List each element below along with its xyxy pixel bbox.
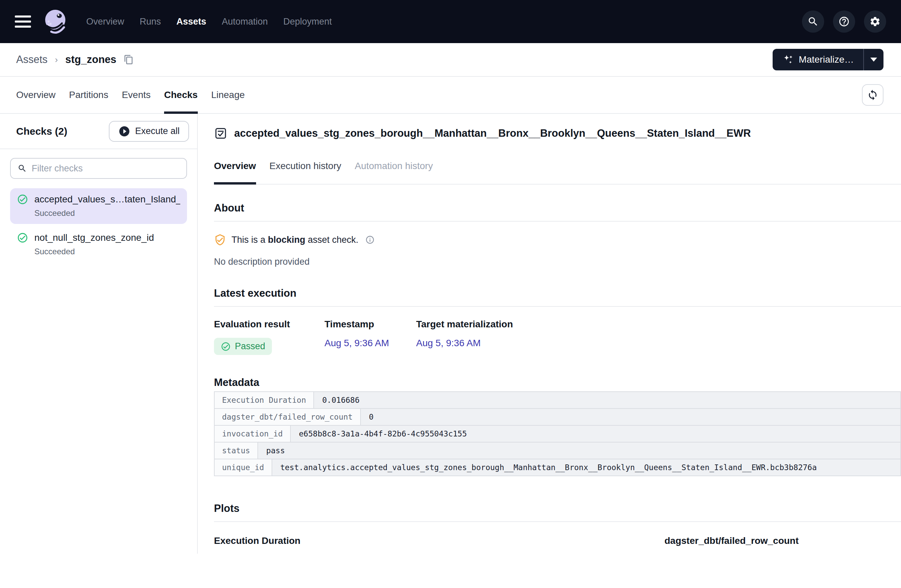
check-name: accepted_values_s…taten_Island_ (34, 194, 180, 205)
search-icon (17, 164, 27, 173)
check-circle-icon (17, 232, 28, 243)
filter-checks-input[interactable] (32, 163, 179, 174)
metadata-key: status (214, 442, 258, 459)
passed-status-badge: Passed (214, 338, 272, 355)
blocking-check-note: This is a blocking asset check. (214, 234, 901, 246)
execution-duration-chart: Execution Duration 0.0174 (214, 535, 637, 554)
execute-all-label: Execute all (135, 126, 179, 136)
tab-overview[interactable]: Overview (16, 77, 56, 113)
check-status: Succeeded (34, 247, 180, 256)
table-row: dagster_dbt/failed_row_count 0 (214, 408, 901, 426)
primary-nav: Overview Runs Assets Automation Deployme… (86, 17, 332, 27)
metadata-key: dagster_dbt/failed_row_count (214, 408, 361, 426)
divider (214, 221, 901, 222)
breadcrumb-assets-link[interactable]: Assets (16, 54, 47, 66)
check-detail-tabs: Overview Execution history Automation hi… (214, 160, 901, 185)
nav-item-deployment[interactable]: Deployment (284, 17, 332, 27)
nav-item-automation[interactable]: Automation (222, 17, 268, 27)
breadcrumb-separator: › (55, 54, 58, 65)
chevron-down-icon (870, 58, 877, 62)
settings-button[interactable] (864, 11, 886, 33)
description-placeholder: No description provided (214, 257, 901, 267)
filter-checks-box (10, 158, 187, 179)
info-icon[interactable] (365, 235, 375, 244)
tab-events[interactable]: Events (122, 77, 151, 113)
chart-title: dagster_dbt/failed_row_count (664, 535, 901, 546)
sparkle-icon (782, 54, 793, 65)
play-circle-icon (118, 125, 130, 137)
metadata-value: 0.016686 (314, 391, 901, 409)
search-icon (807, 16, 819, 27)
materialize-split-button: Materialize… (773, 49, 884, 70)
help-icon (838, 16, 850, 27)
copy-icon (124, 54, 134, 65)
help-button[interactable] (833, 11, 855, 33)
metadata-value: 0 (361, 408, 901, 426)
nav-item-assets[interactable]: Assets (176, 17, 207, 27)
target-materialization-header: Target materialization (416, 319, 901, 330)
check-status: Succeeded (34, 208, 180, 218)
plots-heading: Plots (214, 502, 901, 515)
metadata-value: pass (258, 442, 901, 459)
nav-item-overview[interactable]: Overview (86, 17, 124, 27)
refresh-icon (867, 89, 878, 101)
subtab-execution-history[interactable]: Execution history (270, 160, 341, 184)
failed-row-count-chart: dagster_dbt/failed_row_count 1.0 0.6 (658, 535, 901, 554)
shield-check-icon (214, 234, 226, 246)
asset-tab-bar: Overview Partitions Events Checks Lineag… (0, 77, 901, 114)
asset-check-icon (214, 127, 228, 140)
hamburger-menu-icon[interactable] (15, 16, 31, 28)
subtab-overview[interactable]: Overview (214, 160, 256, 184)
metadata-key: unique_id (214, 459, 272, 476)
materialize-button[interactable]: Materialize… (773, 49, 863, 70)
metadata-key: Execution Duration (214, 391, 314, 409)
search-button[interactable] (802, 11, 824, 33)
check-title: accepted_values_stg_zones_borough__Manha… (234, 127, 751, 139)
materialize-label: Materialize… (799, 54, 854, 65)
metadata-value: test.analytics.accepted_values_stg_zones… (272, 459, 901, 476)
check-detail-panel: accepted_values_stg_zones_borough__Manha… (198, 114, 901, 554)
tab-partitions[interactable]: Partitions (69, 77, 109, 113)
table-row: status pass (214, 442, 901, 459)
checks-count-title: Checks (2) (16, 126, 67, 137)
metadata-heading: Metadata (214, 376, 901, 389)
chart-title: Execution Duration (214, 535, 637, 546)
target-materialization-link[interactable]: Aug 5, 9:36 AM (416, 338, 480, 348)
divider (214, 521, 901, 522)
metadata-value: e658b8c8-3a1a-4b4f-82b6-4c955043c155 (291, 425, 901, 443)
nav-item-runs[interactable]: Runs (140, 17, 161, 27)
check-circle-icon (221, 341, 231, 352)
tab-lineage[interactable]: Lineage (211, 77, 245, 113)
checks-sidebar: Checks (2) Execute all accepted_values_s… (0, 114, 198, 554)
about-heading: About (214, 202, 901, 214)
timestamp-link[interactable]: Aug 5, 9:36 AM (324, 338, 389, 348)
evaluation-result-header: Evaluation result (214, 319, 324, 330)
gear-icon (869, 16, 881, 27)
materialize-dropdown-button[interactable] (864, 49, 884, 70)
tab-checks[interactable]: Checks (164, 77, 198, 113)
asset-name: stg_zones (65, 54, 117, 66)
divider (214, 306, 901, 307)
top-nav: Overview Runs Assets Automation Deployme… (0, 0, 901, 43)
timestamp-header: Timestamp (324, 319, 416, 330)
table-row: Execution Duration 0.016686 (214, 391, 901, 409)
metadata-table: Execution Duration 0.016686 dagster_dbt/… (214, 391, 901, 476)
table-row: unique_id test.analytics.accepted_values… (214, 459, 901, 476)
subtab-automation-history: Automation history (355, 160, 433, 184)
check-circle-icon (17, 194, 28, 205)
check-list-item-not-null[interactable]: not_null_stg_zones_zone_id Succeeded (10, 227, 187, 262)
breadcrumb: Assets › stg_zones (16, 54, 134, 66)
check-list-item-accepted-values[interactable]: accepted_values_s…taten_Island_ Succeede… (10, 188, 187, 224)
check-name: not_null_stg_zones_zone_id (34, 232, 154, 243)
copy-asset-name-button[interactable] (124, 54, 134, 65)
refresh-button[interactable] (862, 84, 884, 106)
asset-header: Assets › stg_zones Materialize… (0, 43, 901, 77)
execute-all-button[interactable]: Execute all (109, 121, 189, 142)
metadata-key: invocation_id (214, 425, 291, 443)
latest-execution-heading: Latest execution (214, 287, 901, 299)
table-row: invocation_id e658b8c8-3a1a-4b4f-82b6-4c… (214, 425, 901, 443)
dagster-logo[interactable] (44, 9, 68, 34)
